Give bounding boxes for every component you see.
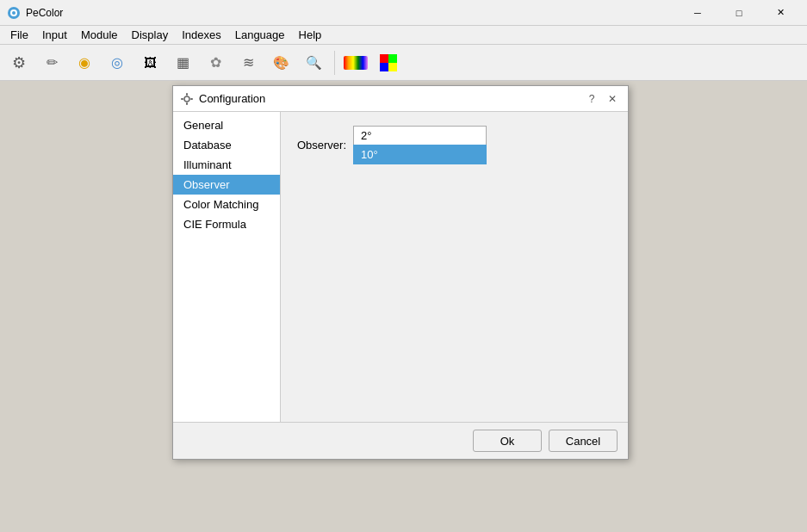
checker-icon — [380, 54, 397, 71]
dialog-title: Configuration — [199, 92, 583, 105]
dialog-content-panel: Observer: 2° 10° — [281, 112, 628, 422]
svg-point-3 — [184, 96, 189, 102]
rainbow-icon — [344, 56, 368, 70]
image-icon: 🖼 — [144, 55, 157, 70]
dialog-gear-icon — [180, 92, 194, 106]
toolbar-separator — [334, 51, 335, 75]
svg-point-2 — [12, 11, 16, 15]
brush-button[interactable]: ✏ — [36, 48, 67, 77]
toolbar: ⚙ ✏ ◉ ◎ 🖼 ▦ ✿ ≋ 🎨 🔍 — [0, 45, 807, 81]
menu-help[interactable]: Help — [292, 27, 329, 43]
flower-icon: ✿ — [210, 54, 221, 71]
circle-icon: ◉ — [78, 54, 90, 71]
waveform-icon: ≋ — [243, 54, 254, 71]
dialog-body: General Database Illuminant Observer Col… — [173, 112, 628, 422]
dialog-nav: General Database Illuminant Observer Col… — [173, 112, 281, 422]
nav-cie-formula[interactable]: CIE Formula — [173, 214, 280, 234]
nav-general[interactable]: General — [173, 115, 280, 135]
settings-button[interactable]: ⚙ — [3, 48, 34, 77]
app-title: PeColor — [26, 7, 678, 19]
menu-indexes[interactable]: Indexes — [175, 27, 228, 43]
nav-color-matching[interactable]: Color Matching — [173, 195, 280, 214]
window-controls: ─ □ ✕ — [678, 0, 800, 26]
menu-file[interactable]: File — [3, 27, 35, 43]
dialog-controls: ? ✕ — [583, 90, 621, 108]
title-bar: PeColor ─ □ ✕ — [0, 0, 807, 26]
nav-database[interactable]: Database — [173, 135, 280, 155]
app-icon — [7, 6, 21, 20]
grid-icon: ▦ — [177, 54, 189, 71]
maximize-button[interactable]: □ — [719, 0, 759, 26]
brush-icon: ✏ — [47, 54, 58, 71]
nav-illuminant[interactable]: Illuminant — [173, 155, 280, 175]
close-button[interactable]: ✕ — [760, 0, 800, 26]
status-bar — [800, 529, 807, 532]
palette-icon: 🎨 — [273, 55, 289, 71]
observer-options: 2° 10° — [353, 126, 487, 164]
target-button[interactable]: ◎ — [102, 48, 133, 77]
search-icon: 🔍 — [306, 55, 322, 71]
circle-button[interactable]: ◉ — [69, 48, 100, 77]
configuration-dialog: Configuration ? ✕ General Database Illum… — [172, 85, 629, 460]
menu-input[interactable]: Input — [35, 27, 74, 43]
observer-label: Observer: — [295, 139, 346, 152]
dialog-close-button[interactable]: ✕ — [604, 90, 621, 108]
flower-button[interactable]: ✿ — [200, 48, 231, 77]
svg-rect-4 — [186, 93, 188, 96]
target-icon: ◎ — [111, 54, 123, 71]
checker-button[interactable] — [373, 48, 404, 77]
menu-bar: File Input Module Display Indexes Langua… — [0, 26, 807, 45]
ok-button[interactable]: Ok — [473, 430, 542, 452]
palette-button[interactable]: 🎨 — [265, 48, 296, 77]
svg-rect-7 — [190, 98, 193, 100]
svg-rect-6 — [181, 98, 183, 100]
minimize-button[interactable]: ─ — [678, 0, 717, 26]
image-button[interactable]: 🖼 — [134, 48, 165, 77]
workspace: Configuration ? ✕ General Database Illum… — [0, 81, 807, 532]
observer-row: Observer: 2° 10° — [295, 126, 614, 164]
gear-icon: ⚙ — [12, 53, 26, 72]
menu-language[interactable]: Language — [228, 27, 292, 43]
waveform-button[interactable]: ≋ — [233, 48, 264, 77]
menu-display[interactable]: Display — [125, 27, 176, 43]
rainbow-button[interactable] — [340, 48, 371, 77]
dialog-footer: Ok Cancel — [173, 422, 628, 459]
grid-button[interactable]: ▦ — [167, 48, 198, 77]
observer-10deg-option[interactable]: 10° — [353, 145, 487, 164]
svg-rect-5 — [186, 102, 188, 105]
nav-observer[interactable]: Observer — [173, 175, 280, 195]
menu-module[interactable]: Module — [74, 27, 125, 43]
cancel-button[interactable]: Cancel — [549, 430, 618, 452]
observer-2deg-option[interactable]: 2° — [353, 126, 487, 145]
dialog-title-bar: Configuration ? ✕ — [173, 86, 628, 112]
dialog-help-button[interactable]: ? — [583, 90, 600, 108]
search-button[interactable]: 🔍 — [298, 48, 329, 77]
